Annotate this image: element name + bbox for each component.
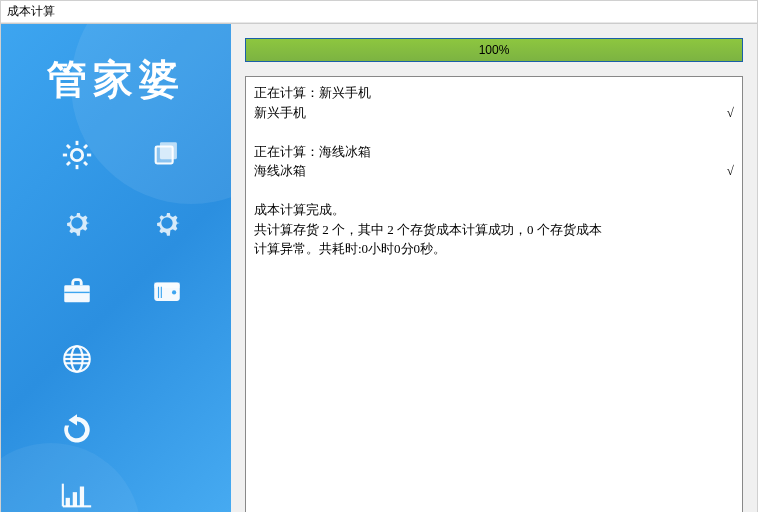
svg-rect-10 (156, 147, 173, 164)
svg-rect-26 (80, 487, 84, 507)
log-text: 成本计算完成。 (254, 200, 345, 220)
log-text: 海线冰箱 (254, 161, 306, 181)
check-icon: √ (727, 103, 734, 123)
stack-icon (147, 135, 187, 175)
svg-rect-12 (64, 285, 90, 302)
briefcase-icon (57, 271, 97, 311)
brand-logo: 管家婆 (1, 24, 231, 125)
wallet-icon (147, 271, 187, 311)
log-line: 共计算存货 2 个，其中 2 个存货成本计算成功，0 个存货成本 (254, 220, 734, 240)
log-line: 新兴手机√ (254, 103, 734, 123)
sidebar-icon-grid (1, 125, 231, 512)
sun-icon (57, 135, 97, 175)
svg-point-0 (71, 149, 82, 160)
svg-line-6 (84, 162, 87, 165)
log-text: 计算异常。共耗时:0小时0分0秒。 (254, 239, 446, 259)
cost-calc-window: 成本计算 管家婆 (0, 0, 758, 512)
svg-line-5 (67, 145, 70, 148)
svg-line-8 (84, 145, 87, 148)
log-line: 成本计算完成。 (254, 200, 734, 220)
log-line: 正在计算：新兴手机 (254, 83, 734, 103)
gear-icon (57, 203, 97, 243)
main-panel: 100% 正在计算：新兴手机新兴手机√ 正在计算：海线冰箱海线冰箱√ 成本计算完… (231, 24, 757, 512)
progress-bar: 100% (245, 38, 743, 62)
log-line: 正在计算：海线冰箱 (254, 142, 734, 162)
log-text: 正在计算：新兴手机 (254, 83, 371, 103)
chart-icon (57, 475, 97, 512)
log-text: 新兴手机 (254, 103, 306, 123)
globe-icon (57, 339, 97, 379)
log-line: 计算异常。共耗时:0小时0分0秒。 (254, 239, 734, 259)
log-text: 正在计算：海线冰箱 (254, 142, 371, 162)
content-area: 管家婆 100% 正在 (1, 23, 757, 512)
svg-point-16 (172, 290, 176, 294)
log-line (254, 181, 734, 201)
progress-label: 100% (246, 39, 742, 61)
gear-icon (147, 203, 187, 243)
window-title: 成本计算 (1, 1, 757, 23)
log-text: 共计算存货 2 个，其中 2 个存货成本计算成功，0 个存货成本 (254, 220, 602, 240)
log-line (254, 122, 734, 142)
log-output[interactable]: 正在计算：新兴手机新兴手机√ 正在计算：海线冰箱海线冰箱√ 成本计算完成。共计算… (245, 76, 743, 512)
check-icon: √ (727, 161, 734, 181)
undo-icon (57, 407, 97, 447)
log-text (254, 181, 257, 201)
svg-rect-25 (73, 492, 77, 506)
log-text (254, 122, 257, 142)
sidebar: 管家婆 (1, 24, 231, 512)
svg-line-7 (67, 162, 70, 165)
svg-rect-24 (66, 498, 70, 507)
log-line: 海线冰箱√ (254, 161, 734, 181)
